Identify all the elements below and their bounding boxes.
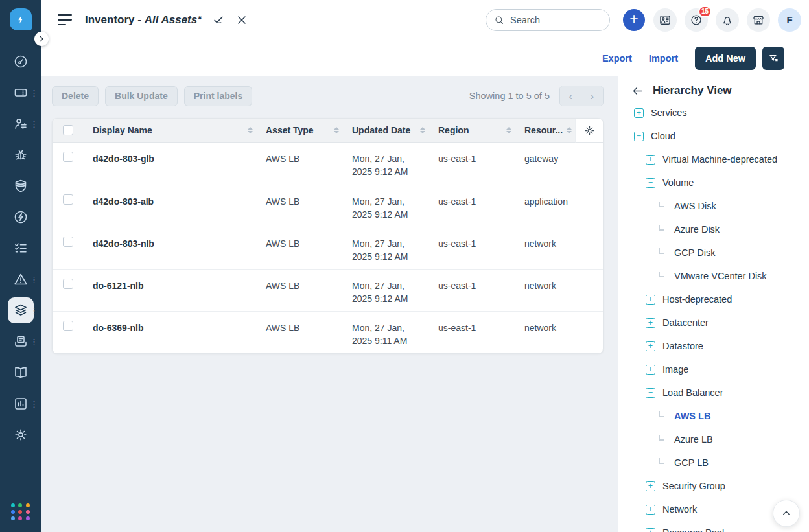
sort-icon[interactable] bbox=[244, 127, 253, 134]
app-logo[interactable] bbox=[10, 8, 32, 30]
tree-item-virtual-machine-deprecated[interactable]: +Virtual Machine-deprecated bbox=[618, 148, 809, 171]
expand-node-icon[interactable]: + bbox=[646, 505, 655, 515]
sidebar-item-knowledge-base[interactable] bbox=[0, 357, 41, 388]
tree-item-load-balancer[interactable]: −Load Balancer bbox=[618, 381, 809, 404]
sidebar-item-menu-dots[interactable]: ⋮ bbox=[29, 87, 40, 98]
scroll-to-top-button[interactable] bbox=[773, 500, 800, 527]
tree-item-aws-disk[interactable]: AWS Disk bbox=[618, 194, 809, 218]
cell-display_name[interactable]: do-6369-nlb bbox=[85, 312, 258, 353]
menu-icon[interactable] bbox=[58, 14, 73, 26]
table-row-d42do-803-alb[interactable]: d42do-803-albAWS LBMon, 27 Jan, 2025 9:1… bbox=[53, 185, 603, 227]
user-avatar[interactable]: F bbox=[778, 8, 801, 32]
sidebar-item-menu-dots[interactable]: ⋮ bbox=[29, 274, 40, 285]
cell-display_name[interactable]: d42do-803-glb bbox=[85, 143, 258, 185]
add-new-button[interactable]: Add New bbox=[695, 47, 756, 70]
close-view-icon[interactable] bbox=[235, 14, 248, 27]
expand-node-icon[interactable]: + bbox=[646, 341, 655, 351]
tree-item-datastore[interactable]: +Datastore bbox=[618, 334, 809, 358]
sidebar-item-menu-dots[interactable]: ⋮ bbox=[29, 336, 40, 347]
column-header[interactable]: Region bbox=[430, 119, 517, 143]
column-settings-button[interactable] bbox=[575, 119, 603, 143]
sidebar-item-assets[interactable]: ⋮ bbox=[0, 295, 41, 326]
sidebar-item-changes[interactable] bbox=[0, 202, 41, 233]
sort-icon[interactable] bbox=[416, 127, 425, 134]
tree-item-image[interactable]: +Image bbox=[618, 358, 809, 381]
prev-page-button[interactable]: ‹ bbox=[560, 86, 581, 106]
print-labels-button[interactable]: Print labels bbox=[184, 86, 252, 106]
collapse-node-icon[interactable]: − bbox=[646, 178, 655, 188]
tree-item-datacenter[interactable]: +Datacenter bbox=[618, 311, 809, 334]
tree-item-azure-disk[interactable]: Azure Disk bbox=[618, 218, 809, 241]
expand-node-icon[interactable]: + bbox=[646, 295, 655, 305]
apps-launcher-icon[interactable] bbox=[11, 503, 30, 520]
select-all-checkbox[interactable] bbox=[63, 125, 73, 135]
tree-item-aws-lb[interactable]: AWS LB bbox=[618, 404, 809, 428]
row-checkbox[interactable] bbox=[63, 194, 73, 205]
row-checkbox[interactable] bbox=[63, 279, 73, 289]
marketplace-button[interactable] bbox=[747, 8, 770, 32]
row-checkbox[interactable] bbox=[63, 321, 73, 331]
collapse-node-icon[interactable]: − bbox=[634, 132, 644, 141]
table-row-d42do-803-glb[interactable]: d42do-803-glbAWS LBMon, 27 Jan, 2025 9:1… bbox=[53, 143, 603, 185]
row-checkbox[interactable] bbox=[63, 152, 73, 162]
expand-node-icon[interactable]: + bbox=[646, 528, 655, 532]
bulk-update-button[interactable]: Bulk Update bbox=[105, 86, 178, 106]
column-header[interactable]: Asset Type bbox=[258, 119, 344, 143]
sidebar-item-tasks[interactable] bbox=[0, 233, 41, 264]
export-link[interactable]: Export bbox=[602, 53, 632, 64]
cell-display_name[interactable]: do-6121-nlb bbox=[85, 270, 258, 311]
sort-icon[interactable] bbox=[502, 127, 511, 134]
cell-display_name[interactable]: d42do-803-alb bbox=[85, 185, 258, 227]
tree-item-gcp-lb[interactable]: GCP LB bbox=[618, 451, 809, 474]
column-header[interactable]: Display Name bbox=[85, 119, 258, 143]
sidebar-item-alerts[interactable]: ⋮ bbox=[0, 264, 41, 295]
table-row-d42do-803-nlb[interactable]: d42do-803-nlbAWS LBMon, 27 Jan, 2025 9:1… bbox=[53, 227, 603, 269]
sidebar-item-problems[interactable] bbox=[0, 139, 41, 170]
sidebar-item-print-jobs[interactable]: ⋮ bbox=[0, 326, 41, 357]
sidebar-item-user-requests[interactable]: ⋮ bbox=[0, 108, 41, 139]
delete-button[interactable]: Delete bbox=[52, 86, 99, 106]
search-box[interactable] bbox=[486, 9, 610, 31]
expand-node-icon[interactable]: + bbox=[646, 481, 655, 491]
table-row-do-6369-nlb[interactable]: do-6369-nlbAWS LBMon, 27 Jan, 2025 9:11 … bbox=[53, 311, 603, 353]
back-arrow-icon[interactable] bbox=[631, 85, 644, 97]
tree-item-gcp-disk[interactable]: GCP Disk bbox=[618, 241, 809, 264]
sidebar-item-menu-dots[interactable]: ⋮ bbox=[29, 119, 40, 130]
sidebar-item-analytics[interactable]: ⋮ bbox=[0, 388, 41, 419]
expand-node-icon[interactable]: + bbox=[634, 108, 644, 118]
tree-item-services[interactable]: +Services bbox=[618, 101, 809, 124]
help-button[interactable]: 15 bbox=[685, 8, 708, 32]
sidebar-expand-button[interactable] bbox=[34, 32, 49, 46]
sort-icon[interactable] bbox=[330, 127, 339, 134]
import-link[interactable]: Import bbox=[649, 53, 678, 64]
sidebar-item-dashboard[interactable] bbox=[0, 46, 41, 77]
search-input[interactable] bbox=[510, 15, 603, 25]
quick-add-button[interactable]: + bbox=[623, 9, 645, 31]
next-page-button[interactable]: › bbox=[581, 86, 603, 106]
row-checkbox[interactable] bbox=[63, 237, 73, 247]
sidebar-item-settings[interactable] bbox=[0, 419, 41, 450]
apply-view-icon[interactable] bbox=[212, 14, 225, 27]
tree-item-host-deprecated[interactable]: +Host-deprecated bbox=[618, 288, 809, 311]
collapse-node-icon[interactable]: − bbox=[646, 388, 655, 398]
table-row-do-6121-nlb[interactable]: do-6121-nlbAWS LBMon, 27 Jan, 2025 9:12 … bbox=[53, 269, 603, 311]
column-header[interactable]: Resour... bbox=[517, 119, 575, 143]
sidebar-item-menu-dots[interactable]: ⋮ bbox=[29, 399, 40, 410]
cell-display_name[interactable]: d42do-803-nlb bbox=[85, 227, 258, 269]
column-header[interactable]: Updated Date bbox=[344, 119, 430, 143]
tree-item-vmware-vcenter-disk[interactable]: VMware VCenter Disk bbox=[618, 264, 809, 288]
notifications-button[interactable] bbox=[716, 8, 739, 32]
expand-node-icon[interactable]: + bbox=[646, 365, 655, 375]
sidebar-item-menu-dots[interactable]: ⋮ bbox=[29, 305, 40, 316]
sort-icon[interactable] bbox=[563, 127, 572, 134]
expand-node-icon[interactable]: + bbox=[646, 318, 655, 328]
tree-item-security-group[interactable]: +Security Group bbox=[618, 474, 809, 498]
tree-item-cloud[interactable]: −Cloud bbox=[618, 124, 809, 148]
filter-button[interactable] bbox=[762, 47, 784, 70]
tree-item-volume[interactable]: −Volume bbox=[618, 171, 809, 194]
sidebar-item-security[interactable] bbox=[0, 170, 41, 202]
tree-item-azure-lb[interactable]: Azure LB bbox=[618, 428, 809, 451]
requesters-button[interactable] bbox=[653, 8, 677, 32]
sidebar-item-tickets[interactable]: ⋮ bbox=[0, 77, 41, 108]
expand-node-icon[interactable]: + bbox=[646, 155, 655, 165]
